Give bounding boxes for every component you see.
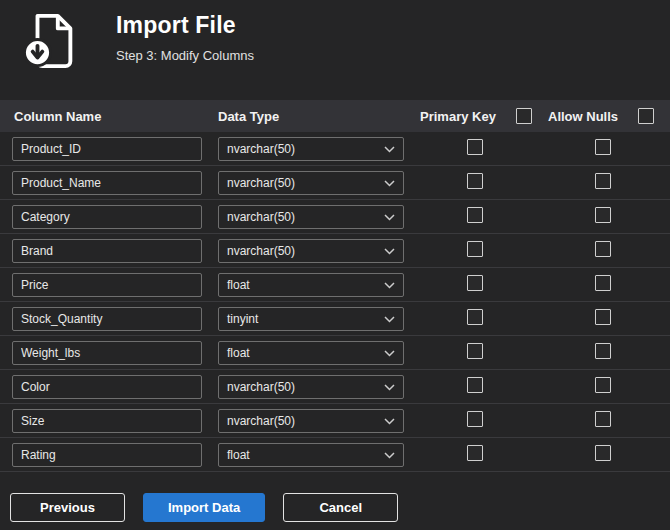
column-row: tinyint [0,302,670,336]
data-type-cell: nvarchar(50) [210,375,412,399]
primary-key-cell [412,241,540,261]
column-name-input[interactable] [12,205,202,229]
allow-nulls-checkbox[interactable] [595,445,611,461]
import-data-button[interactable]: Import Data [143,493,265,522]
column-name-cell [0,205,210,229]
data-type-value: float [227,278,250,292]
data-type-cell: nvarchar(50) [210,137,412,161]
allow-nulls-cell [540,207,670,227]
data-type-cell: nvarchar(50) [210,239,412,263]
data-type-value: float [227,448,250,462]
header-column-name: Column Name [0,109,210,124]
column-name-input[interactable] [12,137,202,161]
dialog-header: Import File Step 3: Modify Columns [0,0,670,100]
data-type-select[interactable]: tinyint [218,307,404,331]
column-name-input[interactable] [12,239,202,263]
allow-nulls-checkbox[interactable] [595,309,611,325]
primary-key-checkbox[interactable] [467,275,483,291]
data-type-select[interactable]: float [218,443,404,467]
chevron-down-icon [384,312,395,326]
primary-key-checkbox[interactable] [467,411,483,427]
column-name-input[interactable] [12,273,202,297]
cancel-button[interactable]: Cancel [283,493,398,522]
data-type-value: nvarchar(50) [227,380,295,394]
data-type-value: nvarchar(50) [227,176,295,190]
column-name-cell [0,137,210,161]
column-name-cell [0,375,210,399]
primary-key-checkbox[interactable] [467,207,483,223]
column-name-input[interactable] [12,443,202,467]
allow-nulls-cell [540,445,670,465]
primary-key-cell [412,445,540,465]
header-allow-nulls: Allow Nulls [540,108,670,124]
allow-nulls-cell [540,343,670,363]
primary-key-cell [412,207,540,227]
data-type-select[interactable]: nvarchar(50) [218,171,404,195]
allow-nulls-checkbox[interactable] [595,139,611,155]
primary-key-cell [412,139,540,159]
allow-nulls-cell [540,377,670,397]
primary-key-cell [412,377,540,397]
chevron-down-icon [384,210,395,224]
column-name-cell [0,171,210,195]
column-name-cell [0,409,210,433]
primary-key-checkbox[interactable] [467,445,483,461]
data-type-select[interactable]: nvarchar(50) [218,137,404,161]
allow-nulls-checkbox[interactable] [595,275,611,291]
import-file-dialog: Import File Step 3: Modify Columns Colum… [0,0,670,530]
chevron-down-icon [384,176,395,190]
dialog-footer: Previous Import Data Cancel [0,472,670,522]
primary-key-cell [412,275,540,295]
chevron-down-icon [384,244,395,258]
header-data-type: Data Type [210,109,412,124]
data-type-cell: float [210,443,412,467]
column-name-cell [0,273,210,297]
data-type-select[interactable]: float [218,273,404,297]
column-name-input[interactable] [12,171,202,195]
column-row: nvarchar(50) [0,200,670,234]
primary-key-checkbox[interactable] [467,343,483,359]
allow-nulls-checkbox[interactable] [595,411,611,427]
columns-table: Column Name Data Type Primary Key Allow … [0,100,670,472]
data-type-cell: nvarchar(50) [210,171,412,195]
allow-nulls-checkbox[interactable] [595,173,611,189]
chevron-down-icon [384,142,395,156]
data-type-select[interactable]: float [218,341,404,365]
column-name-input[interactable] [12,341,202,365]
column-row: float [0,268,670,302]
data-type-cell: nvarchar(50) [210,205,412,229]
primary-key-checkbox[interactable] [467,309,483,325]
chevron-down-icon [384,448,395,462]
data-type-value: float [227,346,250,360]
allow-nulls-select-all-checkbox[interactable] [638,108,654,124]
allow-nulls-checkbox[interactable] [595,207,611,223]
primary-key-cell [412,309,540,329]
allow-nulls-checkbox[interactable] [595,343,611,359]
chevron-down-icon [384,278,395,292]
primary-key-checkbox[interactable] [467,377,483,393]
allow-nulls-checkbox[interactable] [595,377,611,393]
allow-nulls-cell [540,275,670,295]
data-type-select[interactable]: nvarchar(50) [218,409,404,433]
data-type-value: nvarchar(50) [227,244,295,258]
column-name-input[interactable] [12,307,202,331]
data-type-cell: float [210,341,412,365]
data-type-cell: tinyint [210,307,412,331]
data-type-select[interactable]: nvarchar(50) [218,375,404,399]
previous-button[interactable]: Previous [10,493,125,522]
allow-nulls-checkbox[interactable] [595,241,611,257]
data-type-select[interactable]: nvarchar(50) [218,205,404,229]
column-row: nvarchar(50) [0,132,670,166]
primary-key-checkbox[interactable] [467,139,483,155]
primary-key-checkbox[interactable] [467,241,483,257]
column-name-input[interactable] [12,409,202,433]
column-name-input[interactable] [12,375,202,399]
primary-key-select-all-checkbox[interactable] [516,108,532,124]
column-row: nvarchar(50) [0,370,670,404]
column-row: nvarchar(50) [0,234,670,268]
primary-key-checkbox[interactable] [467,173,483,189]
data-type-select[interactable]: nvarchar(50) [218,239,404,263]
allow-nulls-cell [540,173,670,193]
primary-key-cell [412,343,540,363]
chevron-down-icon [384,380,395,394]
